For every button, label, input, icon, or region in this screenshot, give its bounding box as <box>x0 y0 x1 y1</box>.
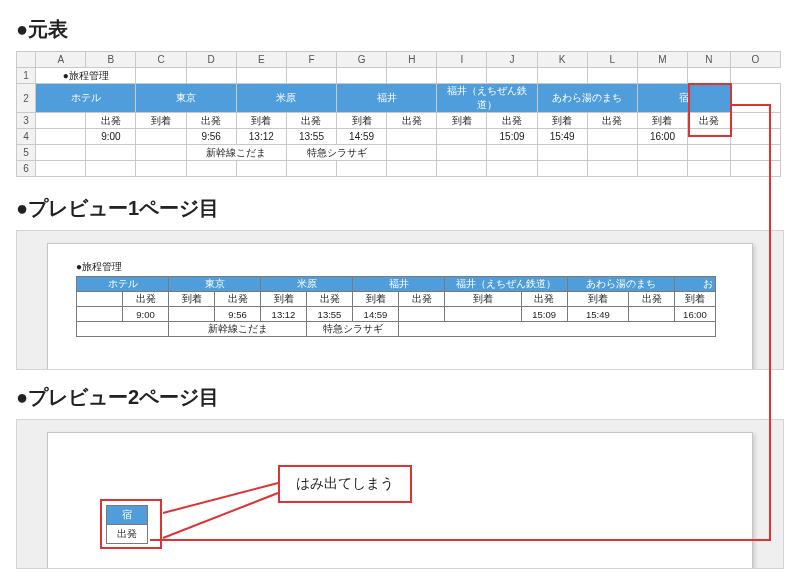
col-C[interactable]: C <box>136 52 186 68</box>
c-G3[interactable]: 到着 <box>337 113 387 129</box>
mh-yado[interactable]: 宿 <box>637 84 730 113</box>
pv1-t9: 15:09 <box>521 307 567 322</box>
c-K4[interactable]: 15:49 <box>537 129 587 145</box>
col-E[interactable]: E <box>236 52 286 68</box>
pv1-t10: 15:49 <box>567 307 628 322</box>
c-F4[interactable]: 13:55 <box>286 129 336 145</box>
mh-echizen[interactable]: 福井（えちぜん鉄道） <box>437 84 537 113</box>
col-J[interactable]: J <box>487 52 537 68</box>
pv1-l9: 出発 <box>521 292 567 307</box>
pv1-note1: 新幹線こだま <box>169 322 307 337</box>
pv1-t6: 14:59 <box>353 307 399 322</box>
row-1: 1 ●旅程管理 <box>17 68 781 84</box>
pv1-mh-awara: あわら湯のまち <box>567 277 674 292</box>
col-M[interactable]: M <box>637 52 687 68</box>
pv1-l5: 出発 <box>307 292 353 307</box>
c-note2[interactable]: 特急シラサギ <box>286 145 386 161</box>
c-K3[interactable]: 到着 <box>537 113 587 129</box>
col-G[interactable]: G <box>337 52 387 68</box>
pv1-note2: 特急シラサギ <box>307 322 399 337</box>
col-L[interactable]: L <box>587 52 637 68</box>
cell-A1[interactable]: ●旅程管理 <box>36 68 136 84</box>
col-H[interactable]: H <box>387 52 437 68</box>
col-I[interactable]: I <box>437 52 487 68</box>
pv1-l10: 到着 <box>567 292 628 307</box>
mh-hotel[interactable]: ホテル <box>36 84 136 113</box>
pv1-l3: 出発 <box>215 292 261 307</box>
c-B3[interactable]: 出発 <box>86 113 136 129</box>
c-C3[interactable]: 到着 <box>136 113 186 129</box>
row-hdr-3[interactable]: 3 <box>17 113 36 129</box>
pv1-l8: 到着 <box>445 292 522 307</box>
c-E3[interactable]: 到着 <box>236 113 286 129</box>
excel-table: A B C D E F G H I J K L M N O 1 ●旅程管理 2 … <box>16 51 781 177</box>
c-J3[interactable]: 出発 <box>487 113 537 129</box>
col-A[interactable]: A <box>36 52 86 68</box>
col-D[interactable]: D <box>186 52 236 68</box>
c-M4[interactable]: 16:00 <box>637 129 687 145</box>
row-hdr-5[interactable]: 5 <box>17 145 36 161</box>
row-5: 5 新幹線こだま 特急シラサギ <box>17 145 781 161</box>
preview1-page: ●旅程管理 ホテル 東京 米原 福井 福井（えちぜん鉄道） あわら湯のまち お <box>47 243 753 370</box>
c-I3[interactable]: 到着 <box>437 113 487 129</box>
col-F[interactable]: F <box>286 52 336 68</box>
row-2: 2 ホテル 東京 米原 福井 福井（えちぜん鉄道） あわら湯のまち 宿 <box>17 84 781 113</box>
excel-wrap: A B C D E F G H I J K L M N O 1 ●旅程管理 2 … <box>16 51 784 177</box>
row-hdr-1[interactable]: 1 <box>17 68 36 84</box>
red-highlight-fragment <box>100 499 162 549</box>
c-M3[interactable]: 到着 <box>637 113 687 129</box>
pv1-l12: 到着 <box>675 292 716 307</box>
section-2-heading: ●プレビュー1ページ目 <box>16 195 784 222</box>
row-hdr-4[interactable]: 4 <box>17 129 36 145</box>
row-3: 3 出発 到着 出発 到着 出発 到着 出発 到着 出発 到着 出発 到着 出発 <box>17 113 781 129</box>
mh-maibara[interactable]: 米原 <box>236 84 336 113</box>
row-6: 6 <box>17 161 781 177</box>
mh-fukui[interactable]: 福井 <box>337 84 437 113</box>
pv1-l6: 到着 <box>353 292 399 307</box>
c-L3[interactable]: 出発 <box>587 113 637 129</box>
row-hdr-2[interactable]: 2 <box>17 84 36 113</box>
preview1-container: ●旅程管理 ホテル 東京 米原 福井 福井（えちぜん鉄道） あわら湯のまち お <box>16 230 784 370</box>
pv1-t4: 13:12 <box>261 307 307 322</box>
pv1-mh-yado: お <box>675 277 716 292</box>
pv1-t5: 13:55 <box>307 307 353 322</box>
col-N[interactable]: N <box>688 52 731 68</box>
c-F3[interactable]: 出発 <box>286 113 336 129</box>
c-H3[interactable]: 出発 <box>387 113 437 129</box>
c-D3[interactable]: 出発 <box>186 113 236 129</box>
mh-awara[interactable]: あわら湯のまち <box>537 84 637 113</box>
pv1-l1: 出発 <box>123 292 169 307</box>
c-note1[interactable]: 新幹線こだま <box>186 145 286 161</box>
col-O[interactable]: O <box>730 52 780 68</box>
svg-line-1 <box>163 493 278 538</box>
pv1-t1: 9:00 <box>123 307 169 322</box>
pv1-mh-echizen: 福井（えちぜん鉄道） <box>445 277 568 292</box>
c-B4[interactable]: 9:00 <box>86 129 136 145</box>
col-K[interactable]: K <box>537 52 587 68</box>
pv1-mh-hotel: ホテル <box>77 277 169 292</box>
c-D4[interactable]: 9:56 <box>186 129 236 145</box>
pv1-mh-tokyo: 東京 <box>169 277 261 292</box>
svg-line-0 <box>163 483 278 513</box>
pv1-t3: 9:56 <box>215 307 261 322</box>
pv1-table: ホテル 東京 米原 福井 福井（えちぜん鉄道） あわら湯のまち お 出発 到着 … <box>76 276 716 337</box>
pv1-l4: 到着 <box>261 292 307 307</box>
section-3-heading: ●プレビュー2ページ目 <box>16 384 784 411</box>
pv1-l7: 出発 <box>399 292 445 307</box>
col-header-row: A B C D E F G H I J K L M N O <box>17 52 781 68</box>
c-N3[interactable]: 出発 <box>688 113 731 129</box>
pv1-t12: 16:00 <box>675 307 716 322</box>
c-J4[interactable]: 15:09 <box>487 129 537 145</box>
pv1-l2: 到着 <box>169 292 215 307</box>
row-hdr-6[interactable]: 6 <box>17 161 36 177</box>
c-E4[interactable]: 13:12 <box>236 129 286 145</box>
row-4: 4 9:00 9:56 13:12 13:55 14:59 15:09 15:4… <box>17 129 781 145</box>
callout-overflow: はみ出てしまう <box>278 465 412 503</box>
corner-cell[interactable] <box>17 52 36 68</box>
mh-tokyo[interactable]: 東京 <box>136 84 236 113</box>
preview2-container: 宿 出発 はみ出てしまう <box>16 419 784 569</box>
col-B[interactable]: B <box>86 52 136 68</box>
preview2-page: 宿 出発 はみ出てしまう <box>47 432 753 569</box>
c-G4[interactable]: 14:59 <box>337 129 387 145</box>
section-1-heading: ●元表 <box>16 16 784 43</box>
